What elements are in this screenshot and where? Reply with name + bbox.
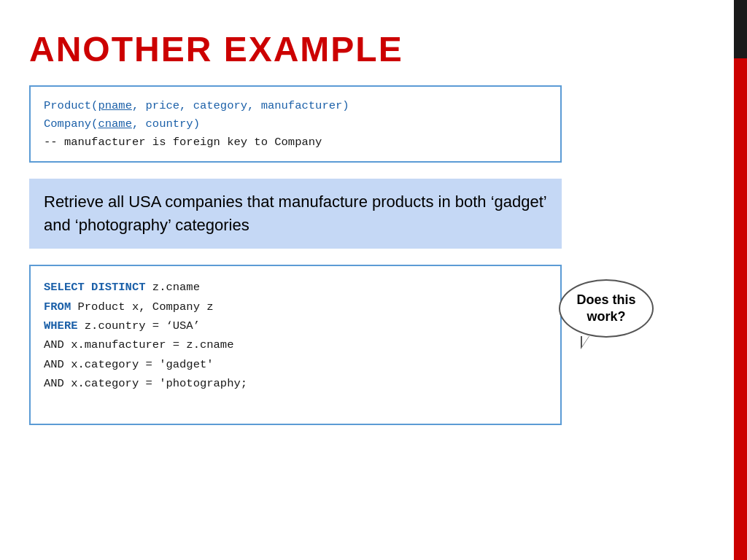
red-sidebar	[734, 0, 747, 560]
query-description-box: Retrieve all USA companies that manufact…	[29, 179, 562, 249]
sql-line-4: AND x.manufacturer = z.cname	[44, 335, 547, 354]
sql-box: SELECT DISTINCT z.cname FROM Product x, …	[29, 265, 562, 425]
sql-line-5: AND x.category = 'gadget'	[44, 355, 547, 374]
page-title: ANOTHER EXAMPLE	[29, 29, 697, 69]
schema-cname: cname	[98, 117, 132, 131]
sql-section: SELECT DISTINCT z.cname FROM Product x, …	[29, 265, 697, 425]
main-content: ANOTHER EXAMPLE Product(pname, price, ca…	[0, 0, 734, 447]
schema-company-rest: , country)	[132, 117, 200, 131]
schema-line-3: -- manufacturer is foreign key to Compan…	[44, 133, 547, 152]
schema-box: Product(pname, price, category, manufact…	[29, 85, 562, 163]
schema-line-2: Company(cname, country)	[44, 115, 547, 133]
sql-from-keyword: FROM	[44, 300, 71, 314]
sql-line-3: WHERE z.country = ‘USA’	[44, 316, 547, 335]
speech-bubble-line1: Does this	[576, 292, 635, 307]
sql-from-rest: Product x, Company z	[71, 300, 213, 314]
sql-line-2: FROM Product x, Company z	[44, 298, 547, 316]
speech-bubble-container: Does this work?	[559, 279, 654, 338]
sql-where-keyword: WHERE	[44, 319, 78, 332]
schema-company-label: Company(	[44, 117, 98, 131]
sql-select-rest: z.cname	[146, 281, 200, 294]
speech-bubble-line2: work?	[587, 309, 625, 324]
sql-where-rest: z.country = ‘USA’	[78, 319, 200, 332]
schema-pname: pname	[98, 99, 132, 112]
speech-bubble-text: Does this work?	[576, 292, 635, 326]
schema-product-rest: , price, category, manufacturer)	[132, 99, 349, 112]
speech-bubble: Does this work?	[559, 279, 654, 338]
query-description-text: Retrieve all USA companies that manufact…	[44, 192, 546, 234]
schema-line-1: Product(pname, price, category, manufact…	[44, 97, 547, 115]
dark-corner-accent	[734, 0, 747, 58]
sql-select-keyword: SELECT DISTINCT	[44, 281, 146, 294]
schema-product-label: Product(	[44, 99, 98, 112]
sql-line-1: SELECT DISTINCT z.cname	[44, 278, 547, 297]
sql-line-6: AND x.category = 'photography;	[44, 374, 547, 393]
